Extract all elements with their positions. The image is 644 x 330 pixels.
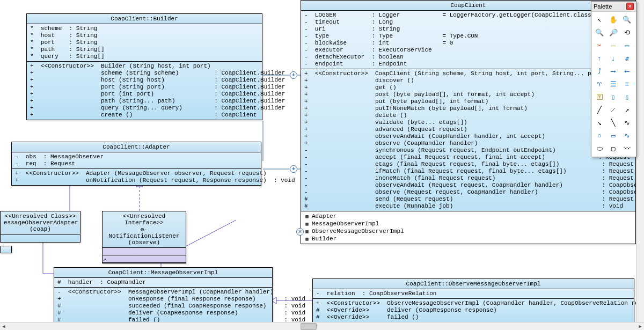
attr-section: - LOGGER : Logger = LoggerFactory.getLog… (301, 11, 635, 69)
cut-icon[interactable]: ✂ (594, 40, 605, 52)
note-icon[interactable]: ▭ (608, 40, 619, 52)
rect-icon[interactable]: ▭ (608, 130, 619, 142)
class-title: CoapClient::MessageObserverImpl (54, 268, 272, 278)
zoom-fit-icon[interactable]: 🔎 (608, 27, 619, 39)
palette-titlebar[interactable]: Palette ✕ (591, 2, 636, 12)
package: (observe) (106, 239, 182, 246)
tree-icon[interactable]: ♈ (594, 78, 605, 90)
line2-icon[interactable]: ⟋ (608, 104, 619, 116)
palette-window[interactable]: Palette ✕ ↖ ✋ 🔍 🔍 🔎 ⟲ ✂ ▭ ▭ ↑ ↓ ⇵ ⤴ ⟶ ⟵ … (591, 1, 636, 157)
class-obsmsgobserver[interactable]: CoapClient::ObserveMessageObserverImpl -… (312, 278, 634, 322)
ops-section: + <<Constructor>> CoapClient (String sch… (301, 69, 635, 211)
ops-section: + <<Constructor>> ObserveMessageObserver… (313, 299, 634, 322)
nested-item[interactable]: ▦Adapter (304, 212, 632, 220)
class-title: CoapClient::Adapter (12, 142, 261, 152)
palette-grid: ↖ ✋ 🔍 🔍 🔎 ⟲ ✂ ▭ ▭ ↑ ↓ ⇵ ⤴ ⟶ ⟵ ♈ ☰ ≡ ⚿ ▯ … (591, 12, 636, 157)
scroll-left-icon[interactable]: ◀ (0, 322, 8, 330)
class-icon: ▦ (304, 214, 310, 219)
horizontal-scrollbar[interactable]: ◀ ▶ (0, 322, 644, 330)
class-icon: ▦ (304, 236, 310, 241)
arrow-down-icon[interactable]: ↓ (608, 53, 619, 64)
nested-classes: ▦Adapter ▦MessageObserverImpl ▦ObserveMe… (301, 211, 635, 244)
list-icon[interactable]: ☰ (608, 78, 619, 90)
zoom-100-icon[interactable]: ⟲ (621, 27, 633, 39)
attr-section: - obs : MessageObserver - req : Request (12, 152, 261, 169)
select-icon[interactable]: ↖ (594, 14, 605, 26)
package: (coap) (4, 226, 77, 232)
stereotype: <<Unresolved Class>> (4, 213, 77, 219)
class-title: CoapClient::Builder (27, 14, 262, 24)
nested-label: MessageObserverImpl (312, 221, 379, 227)
line5-icon[interactable]: ╲ (608, 117, 619, 129)
nested-label: ObserveMessageObserverImpl (312, 228, 404, 234)
class-msgobserver[interactable]: CoapClient::MessageObserverImpl # handle… (54, 267, 273, 325)
assoc2-icon[interactable]: ⟵ (621, 65, 633, 77)
oval-icon[interactable]: ⬭ (594, 143, 605, 155)
attr-section (103, 248, 186, 255)
attr-section: # handler : CoapHandler (54, 278, 272, 288)
connector-plus[interactable]: + (290, 71, 297, 79)
assoc-icon[interactable]: ⟶ (608, 65, 619, 77)
attr-section: * scheme : String * host : String * port… (27, 24, 262, 62)
interface-unresolved[interactable]: <<Unresolved Interface>> ⊖- Notification… (102, 211, 186, 263)
nested-item[interactable]: ▦ObserveMessageObserverImpl (304, 228, 632, 235)
class-name: essageObserverAdapter (4, 219, 77, 226)
list2-icon[interactable]: ≡ (621, 78, 633, 90)
package-icon[interactable]: ▭ (621, 40, 633, 52)
stereotype: <<Unresolved Interface>> (106, 213, 182, 226)
class-icon: ▦ (304, 221, 310, 226)
attr-section (1, 234, 80, 242)
class-builder[interactable]: CoapClient::Builder * scheme : String * … (26, 13, 262, 120)
ops-section: - <<Constructor>> MessageObserverImpl (C… (54, 288, 272, 325)
class-title: <<Unresolved Class>> essageObserverAdapt… (1, 211, 80, 234)
scroll-right-icon[interactable]: ▶ (636, 322, 644, 330)
class-unresolved[interactable]: <<Unresolved Class>> essageObserverAdapt… (0, 211, 80, 243)
nested-label: Adapter (312, 213, 336, 219)
line3-icon[interactable]: ↗ (621, 104, 633, 116)
class-title: CoapClient (301, 1, 635, 11)
connector-plus[interactable]: + (290, 165, 297, 173)
svg-line-12 (179, 220, 236, 250)
palette-title-label: Palette (594, 3, 612, 10)
page-icon[interactable]: ▯ (608, 91, 619, 103)
nested-item[interactable]: ▦MessageObserverImpl (304, 220, 632, 228)
shortcut-icon: ↗ (103, 256, 106, 262)
ellipse-icon[interactable]: ○ (594, 130, 605, 142)
nested-item[interactable]: ▦Builder (304, 235, 632, 243)
arrow-up-icon[interactable]: ↑ (594, 53, 605, 64)
dep-icon[interactable]: ⤴ (594, 65, 605, 77)
roundrect-icon[interactable]: ▢ (608, 143, 619, 155)
close-icon[interactable]: ✕ (626, 3, 634, 10)
ops-section (103, 255, 186, 263)
class-adapter[interactable]: CoapClient::Adapter - obs : MessageObser… (11, 142, 261, 186)
class-icon: ▦ (304, 229, 310, 234)
zoom-in-icon[interactable]: 🔍 (621, 14, 633, 26)
diagram-canvas[interactable]: CoapClient::Builder * scheme : String * … (0, 0, 644, 330)
hand-icon[interactable]: ✋ (608, 14, 619, 26)
vertical-scrollbar[interactable] (636, 0, 644, 322)
scroll-thumb[interactable] (301, 323, 317, 330)
class-title: CoapClient::ObserveMessageObserverImpl (313, 279, 634, 289)
ops-section: + <<Constructor>> Adapter (MessageObserv… (12, 169, 261, 185)
connector-x[interactable]: × (296, 228, 304, 236)
attr-section: - relation : CoapObserveRelation (313, 289, 634, 299)
zoom-out-icon[interactable]: 🔍 (594, 27, 605, 39)
class-fragment[interactable] (0, 246, 12, 253)
ops-section: + <<Constructor>> Builder (String host, … (27, 62, 262, 120)
nested-label: Builder (312, 236, 336, 242)
poly-icon[interactable]: ∿ (621, 130, 633, 142)
interface-name: ⊖- NotificationListener (106, 226, 182, 239)
line6-icon[interactable]: ∿ (621, 117, 633, 129)
line1-icon[interactable]: ╱ (594, 104, 605, 116)
page2-icon[interactable]: ▯ (621, 91, 633, 103)
path-icon[interactable]: 〰 (621, 143, 633, 155)
class-coapclient[interactable]: CoapClient - LOGGER : Logger = LoggerFac… (301, 0, 636, 244)
class-title: <<Unresolved Interface>> ⊖- Notification… (103, 211, 186, 248)
line4-icon[interactable]: ↘ (594, 117, 605, 129)
key-icon[interactable]: ⚿ (594, 91, 605, 103)
arrow-updown-icon[interactable]: ⇵ (621, 53, 633, 64)
